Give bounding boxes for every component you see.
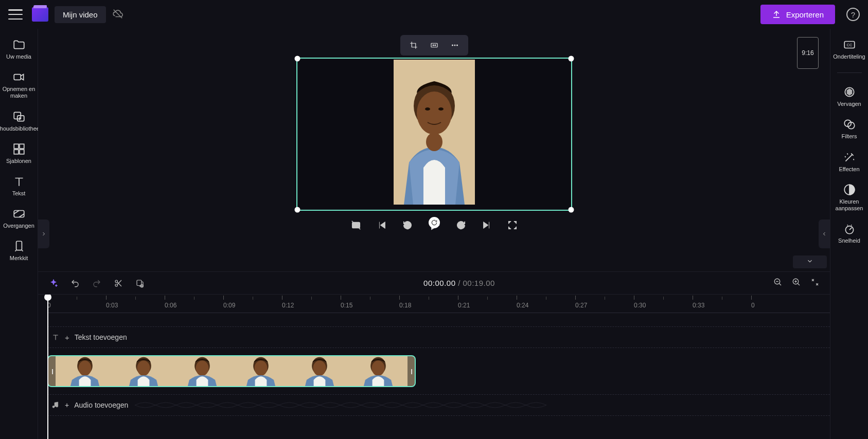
preview-area: 9:16 5 5 bbox=[38, 29, 830, 271]
more-icon[interactable] bbox=[447, 39, 463, 51]
sidebar-label: Sjablonen bbox=[6, 158, 31, 164]
forward-5-icon[interactable]: 5 bbox=[455, 220, 467, 231]
help-button[interactable]: ? bbox=[846, 8, 860, 21]
skip-start-icon[interactable] bbox=[376, 220, 387, 231]
sidebar-label: Tekst bbox=[12, 190, 26, 197]
sidebar-item-record[interactable]: Opnemen en maken bbox=[3, 70, 36, 99]
svg-point-36 bbox=[196, 360, 208, 376]
cloud-sync-off-icon[interactable] bbox=[112, 8, 123, 21]
skip-end-icon[interactable] bbox=[481, 220, 492, 231]
svg-point-17 bbox=[425, 107, 430, 111]
add-audio-track[interactable]: + Audio toevoegen bbox=[47, 394, 830, 416]
fullscreen-icon[interactable] bbox=[507, 220, 518, 231]
svg-point-22 bbox=[115, 280, 118, 283]
svg-rect-5 bbox=[20, 144, 24, 149]
clip-thumbnail bbox=[114, 356, 173, 386]
rewind-5-icon[interactable]: 5 bbox=[402, 220, 413, 231]
sidebar-label: Vervagen bbox=[837, 101, 861, 107]
zoom-out-icon[interactable] bbox=[773, 278, 783, 288]
svg-point-12 bbox=[454, 45, 455, 46]
fit-icon[interactable] bbox=[426, 39, 442, 51]
sidebar-label: Inhoudsbibliotheek bbox=[0, 125, 42, 132]
svg-point-39 bbox=[254, 360, 267, 376]
svg-point-30 bbox=[78, 360, 91, 376]
current-time: 00:00.00 bbox=[423, 279, 455, 287]
sidebar-item-media[interactable]: Uw media bbox=[3, 38, 36, 60]
svg-point-19 bbox=[426, 133, 442, 151]
rotate-handle[interactable] bbox=[429, 217, 440, 228]
sidebar-item-templates[interactable]: Sjablonen bbox=[3, 142, 36, 164]
split-icon[interactable] bbox=[113, 278, 123, 288]
timeline[interactable]: 00:030:060:090:120:150:180:210:240:270:3… bbox=[38, 294, 830, 439]
ruler-tick: 0 bbox=[751, 295, 755, 309]
sidebar-label: Uw media bbox=[6, 53, 31, 60]
ruler-tick: 0:24 bbox=[517, 295, 528, 309]
sidebar-item-text[interactable]: Tekst bbox=[3, 175, 36, 197]
timeline-ruler[interactable]: 00:030:060:090:120:150:180:210:240:270:3… bbox=[47, 295, 830, 313]
redo-icon[interactable] bbox=[92, 278, 102, 288]
svg-point-52 bbox=[845, 226, 853, 234]
sidebar-item-library[interactable]: Inhoudsbibliotheek bbox=[3, 110, 36, 132]
add-audio-label: Audio toevoegen bbox=[74, 401, 128, 409]
ruler-tick: 0:33 bbox=[693, 295, 704, 309]
crop-icon[interactable] bbox=[405, 39, 422, 51]
timecode-display: 00:00.00 / 00:19.00 bbox=[156, 279, 762, 287]
clip-thumbnail bbox=[349, 356, 408, 386]
sidebar-item-blur[interactable]: Vervagen bbox=[833, 85, 866, 107]
clip-thumbnail bbox=[173, 356, 232, 386]
ruler-tick: 0:09 bbox=[223, 295, 235, 309]
sidebar-item-speed[interactable]: Snelheid bbox=[833, 222, 866, 244]
svg-rect-9 bbox=[16, 242, 22, 250]
sidebar-item-transitions[interactable]: Overgangen bbox=[3, 207, 36, 229]
top-bar: Mijn video Exporteren ? bbox=[0, 0, 868, 29]
svg-point-33 bbox=[137, 360, 150, 376]
export-button[interactable]: Exporteren bbox=[760, 5, 835, 24]
clip-thumbnail bbox=[56, 356, 114, 386]
duplicate-icon[interactable] bbox=[135, 278, 145, 288]
clip-handle-left[interactable]: || bbox=[48, 356, 56, 386]
add-text-track[interactable]: + Tekst toevoegen bbox=[47, 326, 830, 348]
aspect-ratio-button[interactable]: 9:16 bbox=[797, 37, 819, 69]
sidebar-label: Snelheid bbox=[838, 237, 860, 244]
ruler-tick: 0:12 bbox=[282, 295, 294, 309]
video-clip[interactable]: || bbox=[47, 355, 416, 387]
ai-sparkle-icon[interactable] bbox=[48, 278, 59, 288]
svg-point-23 bbox=[115, 284, 118, 286]
clip-handle-right[interactable]: || bbox=[408, 356, 415, 386]
undo-icon[interactable] bbox=[70, 278, 80, 288]
svg-point-16 bbox=[417, 92, 452, 135]
sidebar-label: Filters bbox=[842, 133, 857, 140]
svg-point-13 bbox=[456, 45, 457, 46]
menu-button[interactable] bbox=[8, 9, 23, 20]
preview-canvas[interactable] bbox=[298, 60, 570, 209]
collapse-timeline-icon[interactable] bbox=[793, 255, 827, 268]
total-time: 00:19.00 bbox=[463, 279, 495, 287]
left-sidebar: Uw media Opnemen en maken Inhoudsbibliot… bbox=[0, 29, 38, 439]
zoom-fit-icon[interactable] bbox=[810, 278, 820, 288]
preview-off-icon[interactable] bbox=[350, 220, 362, 231]
playhead[interactable] bbox=[47, 295, 48, 439]
timeline-toolbar: 00:00.00 / 00:19.00 bbox=[38, 271, 830, 294]
ruler-tick: 0:27 bbox=[575, 295, 587, 309]
skip-amount: 5 bbox=[406, 223, 408, 228]
sidebar-item-subtitles[interactable]: CC Ondertiteling bbox=[833, 38, 866, 60]
sidebar-label: Kleuren aanpassen bbox=[833, 198, 866, 212]
skip-amount: 5 bbox=[459, 223, 462, 228]
svg-point-11 bbox=[452, 45, 453, 46]
sidebar-item-filters[interactable]: Filters bbox=[833, 118, 866, 140]
sidebar-item-effects[interactable]: Effecten bbox=[833, 151, 866, 173]
sidebar-item-colors[interactable]: Kleuren aanpassen bbox=[833, 183, 866, 212]
right-sidebar: CC Ondertiteling Vervagen Filters Effect… bbox=[830, 29, 868, 439]
svg-rect-6 bbox=[14, 150, 19, 154]
ruler-tick: 0:30 bbox=[634, 295, 646, 309]
zoom-in-icon[interactable] bbox=[792, 278, 801, 288]
clip-thumbnail bbox=[232, 356, 290, 386]
project-title[interactable]: Mijn video bbox=[55, 6, 106, 23]
export-label: Exporteren bbox=[786, 10, 824, 19]
ruler-tick: 0:21 bbox=[458, 295, 470, 309]
sidebar-label: Effecten bbox=[839, 166, 859, 173]
sidebar-item-brandkit[interactable]: Merkkit bbox=[3, 240, 36, 262]
svg-point-18 bbox=[438, 107, 444, 111]
ruler-tick: 0:03 bbox=[106, 295, 118, 309]
sidebar-label: Overgangen bbox=[3, 223, 34, 229]
